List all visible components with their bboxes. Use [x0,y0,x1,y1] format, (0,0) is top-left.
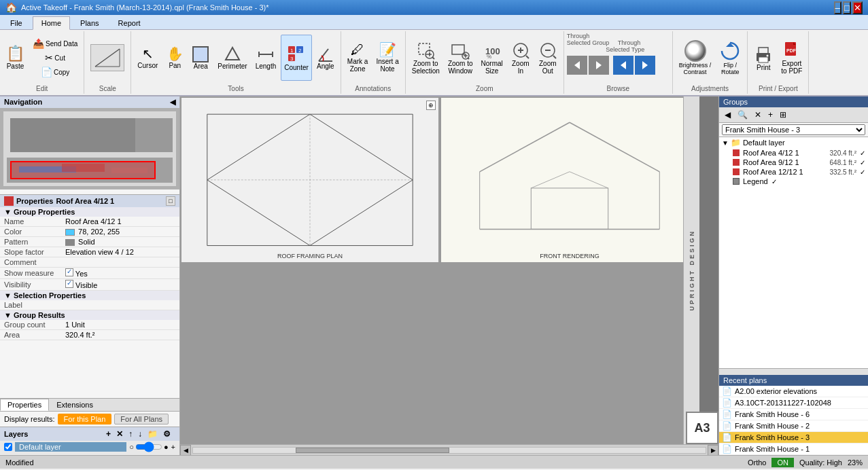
recent-item-fsh3[interactable]: 📄 Frank Smith House - 3 [719,432,868,444]
tree-item-roof-12-12[interactable]: Roof Area 12/12 1 332.5 ft.² ✓ [719,167,868,177]
svg-rect-15 [419,43,430,54]
minimize-button[interactable]: – [834,1,841,14]
tab-file[interactable]: File [1,16,31,29]
show-measure-checkbox[interactable] [65,268,73,276]
horizontal-scrollbar[interactable]: ◀ ▶ [180,444,718,455]
counter-button[interactable]: 1 2 3 Counter [281,35,312,81]
length-button[interactable]: Length [252,35,280,81]
browse-prev-group-button[interactable] [567,56,587,75]
normal-size-button[interactable]: 100 % NormalSize [478,35,506,81]
copy-button[interactable]: 📄 Copy [29,65,81,79]
tab-extensions[interactable]: Extensions [49,399,101,411]
folder-icon-default: 📁 [731,138,741,147]
tab-plans[interactable]: Plans [71,16,108,29]
scroll-left-button[interactable]: ◀ [180,445,191,456]
recent-item-fsh6[interactable]: 📄 Frank Smith House - 6 [719,409,868,420]
maximize-button[interactable]: □ [843,1,851,14]
layer-move-up-button[interactable]: ↑ [126,429,135,439]
opacity-slider[interactable] [135,441,162,452]
props-expand-button[interactable]: □ [166,196,175,206]
layer-expand-button[interactable]: + [171,443,175,451]
selection-properties-header[interactable]: ▼ Selection Properties [0,291,179,300]
recent-label-fsh6: Frank Smith House - 6 [735,410,810,418]
pan-indicator[interactable]: ⊕ [426,101,436,110]
groups-grid-button[interactable]: ⊞ [777,109,789,121]
opacity-low-icon: ○ [129,443,134,451]
tree-item-default-layer[interactable]: ▼ 📁 Default layer [719,137,868,148]
browse-prev-type-button[interactable] [613,56,633,75]
brightness-contrast-button[interactable]: Brightness /Contrast [676,35,715,81]
navigation-map[interactable] [0,108,179,189]
recent-item-a2[interactable]: 📄 A2.00 exterior elevations [719,386,868,397]
layer-delete-button[interactable]: ✕ [114,429,125,439]
layer-folder-button[interactable]: 📁 [145,429,160,439]
groups-add-button[interactable]: + [765,109,776,121]
canvas-area[interactable]: ROOF FRAMING PLAN ⊕ [180,96,718,455]
mark-zone-button[interactable]: 🖊 Mark aZone [344,35,372,81]
tree-check-roof-12-12[interactable]: ✓ [860,168,865,176]
for-this-plan-button[interactable]: For this Plan [58,414,112,424]
perimeter-label: Perimeter [218,62,247,70]
tree-item-legend[interactable]: Legend ✓ [719,177,868,186]
tree-value-roof-9-12: 648.1 ft.² [830,159,856,166]
prop-area-row: Area 320.4 ft.² [0,330,179,340]
tab-home[interactable]: Home [33,16,70,30]
tab-properties[interactable]: Properties [0,399,49,411]
recent-icon-a2: 📄 [722,386,732,396]
recent-item-a3[interactable]: 📄 A3.10CT-201311227-102048 [719,397,868,409]
zoom-window-icon [451,41,470,60]
zoom-in-button[interactable]: ZoomIn [508,35,534,81]
tree-check-roof-9-12[interactable]: ✓ [860,159,865,166]
display-results: Display results: For this Plan For All P… [0,412,179,427]
scroll-track[interactable] [192,447,706,454]
perimeter-button[interactable]: Perimeter [214,35,250,81]
visibility-checkbox[interactable] [65,280,73,288]
zoom-window-button[interactable]: Zoom toWindow [445,35,476,81]
angle-button[interactable]: Angle [313,35,338,81]
scale-button[interactable] [87,35,128,81]
tree-check-legend[interactable]: ✓ [771,178,777,185]
recent-plans-list: 📄 A2.00 exterior elevations 📄 A3.10CT-20… [719,386,868,455]
browse-next-type-button[interactable] [635,56,655,75]
browse-next-group-button[interactable] [589,56,609,75]
tree-check-roof-4-12[interactable]: ✓ [860,149,865,157]
send-data-button[interactable]: 📤 Send Data [29,37,81,50]
scroll-right-button[interactable]: ▶ [708,445,718,456]
recent-item-fsh1[interactable]: 📄 Frank Smith House - 1 [719,444,868,455]
cursor-button[interactable]: ↖ Cursor [134,35,161,81]
insert-note-button[interactable]: 📝 Insert aNote [372,35,402,81]
recent-label-a3: A3.10CT-201311227-102048 [735,399,831,407]
nav-red-area-top [62,164,105,172]
layer-move-down-button[interactable]: ↓ [136,429,144,439]
pan-button[interactable]: ✋ Pan [162,35,187,81]
tab-report[interactable]: Report [109,16,150,29]
close-button[interactable]: ✕ [852,1,863,14]
navigation-collapse[interactable]: ◀ [170,98,175,107]
area-button[interactable]: Area [188,35,213,81]
export-pdf-button[interactable]: PDF Exportto PDF [778,35,805,81]
svg-line-50 [207,114,310,180]
flip-rotate-button[interactable]: Flip /Rotate [716,35,744,81]
for-all-plans-button[interactable]: For All Plans [114,414,169,424]
tree-item-roof-9-12[interactable]: Roof Area 9/12 1 648.1 ft.² ✓ [719,158,868,167]
tree-item-roof-4-12[interactable]: Roof Area 4/12 1 320.4 ft.² ✓ [719,148,868,158]
groups-search-button[interactable]: 🔍 [735,109,750,121]
scroll-thumb[interactable] [296,448,449,453]
group-properties-header[interactable]: ▼ Group Properties [0,207,179,217]
groups-dropdown[interactable]: Frank Smith House - 3 [722,124,865,135]
paste-button[interactable]: 📋 Paste [3,35,28,81]
recent-item-fsh2[interactable]: 📄 Frank Smith House - 2 [719,420,868,432]
groups-back-button[interactable]: ◀ [722,109,733,121]
zoom-selection-button[interactable]: Zoom toSelection [409,35,443,81]
ortho-button[interactable]: ON [771,458,794,467]
cut-button[interactable]: ✂ Cut [29,51,81,65]
zoom-out-button[interactable]: ZoomOut [535,35,561,81]
print-button[interactable]: Print [750,35,776,81]
layer-settings-button[interactable]: ⚙ [161,429,173,439]
nav-roof-plan [10,118,135,152]
group-results-header[interactable]: ▼ Group Results [0,310,179,320]
layer-add-button[interactable]: + [104,429,113,439]
default-layer-checkbox[interactable] [4,443,12,451]
groups-scrollbar[interactable] [719,368,868,375]
groups-delete-button[interactable]: ✕ [752,109,764,121]
